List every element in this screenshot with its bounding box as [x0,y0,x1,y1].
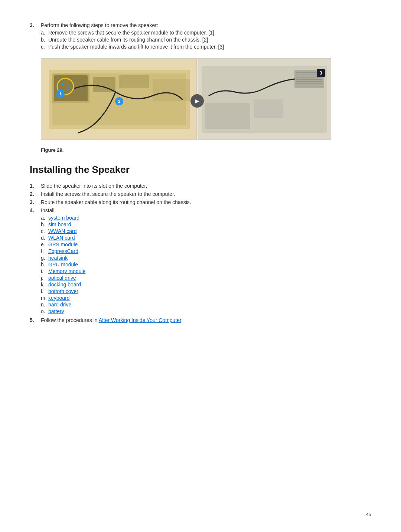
install-item-k: k. docking board [41,282,371,288]
install-step-5-text: Follow the procedures in After Working I… [41,317,371,323]
step5-text-after: . [181,317,183,323]
substep-3c-label: c. [41,44,48,50]
install-step-1: 1. Slide the speaker into its slot on th… [30,183,371,189]
section-title: Installing the Speaker [30,164,371,175]
substep-3c: c. Push the speaker module inwards and l… [41,44,371,50]
install-sublist: a. system board b. sim board c. WWAN car… [41,215,371,314]
substep-3a: a. Remove the screws that secure the spe… [41,30,371,36]
wlan-card-link[interactable]: WLAN card [48,235,75,241]
install-item-j: j. optical drive [41,275,371,281]
page-number: 45 [366,512,371,517]
figure-left-svg: 1 2 [41,59,197,140]
install-step-3: 3. Route the speaker cable along its rou… [30,199,371,205]
install-item-i: i. Memory module [41,268,371,274]
hard-drive-link[interactable]: hard drive [48,302,71,308]
install-item-k-label: k. [41,282,48,288]
step-3-content: Perform the following steps to remove th… [41,22,371,51]
install-item-h-label: h. [41,262,48,267]
figure-caption: Figure 29. [41,147,371,153]
install-item-d: d. WLAN card [41,235,371,241]
after-working-link[interactable]: After Working Inside Your Computer [99,317,181,323]
figure-divider: ▶ [197,58,198,144]
install-item-a: a. system board [41,215,371,221]
install-step-1-number: 1. [30,183,41,189]
substep-3b-label: b. [41,37,48,43]
install-step-3-text: Route the speaker cable along its routin… [41,199,371,205]
battery-link[interactable]: battery [48,308,64,314]
step-3-intro: Perform the following steps to remove th… [41,22,158,28]
svg-rect-26 [205,103,250,129]
svg-rect-5 [119,75,149,88]
keyboard-link[interactable]: keyboard [48,295,70,301]
install-item-e-label: e. [41,242,48,247]
install-item-n-label: n. [41,302,48,308]
docking-board-link[interactable]: docking board [48,282,81,288]
install-item-g-label: g. [41,255,48,261]
install-step-1-text: Slide the speaker into its slot on the c… [41,183,371,189]
figure-right-image: 3 [198,58,331,140]
svg-point-9 [62,83,64,85]
substep-3b-text: Unroute the speaker cable from its routi… [48,37,208,43]
figure-container: 1 2 ▶ [41,58,371,144]
install-item-c-label: c. [41,228,48,234]
svg-rect-27 [254,99,283,118]
install-item-b-label: b. [41,221,48,227]
install-item-h: h. GPU module [41,262,371,267]
install-step-5-number: 5. [30,317,41,323]
install-step-4: 4. Install: a. system board b. sim board… [30,207,371,315]
step5-text-before: Follow the procedures in [41,317,99,323]
install-item-f-label: f. [41,248,48,254]
install-item-b: b. sim board [41,221,371,227]
optical-drive-link[interactable]: optical drive [48,275,76,281]
substep-3a-text: Remove the screws that secure the speake… [48,30,214,36]
install-step-2: 2. Install the screws that secure the sp… [30,191,371,197]
memory-module-link[interactable]: Memory module [48,268,85,274]
install-item-e: e. GPS module [41,242,371,247]
install-item-m-label: m. [41,295,48,301]
system-board-link[interactable]: system board [48,215,79,221]
install-step-5: 5. Follow the procedures in After Workin… [30,317,371,323]
install-item-f: f. ExpressCard [41,248,371,254]
bottom-cover-link[interactable]: bottom cover [48,288,78,294]
install-step-4-number: 4. [30,207,41,315]
step-3-substeps: a. Remove the screws that secure the spe… [41,30,371,50]
figure-images: 1 2 ▶ [41,58,334,144]
gpu-module-link[interactable]: GPU module [48,262,78,267]
install-step-3-number: 3. [30,199,41,205]
install-item-l: l. bottom cover [41,288,371,294]
step-3: 3. Perform the following steps to remove… [30,22,371,51]
install-item-c: c. WWAN card [41,228,371,234]
install-item-a-label: a. [41,215,48,221]
substep-3a-label: a. [41,30,48,36]
heatsink-link[interactable]: heatsink [48,255,68,261]
install-item-m: m. keyboard [41,295,371,301]
install-item-j-label: j. [41,275,48,281]
wwan-card-link[interactable]: WWAN card [48,228,76,234]
svg-rect-6 [153,79,190,101]
expresscard-link[interactable]: ExpressCard [48,248,78,254]
install-item-i-label: i. [41,268,48,274]
svg-text:2: 2 [118,99,120,104]
step-3-number: 3. [30,22,41,51]
install-item-o: o. battery [41,308,371,314]
substep-3c-text: Push the speaker module inwards and lift… [48,44,224,50]
install-step-4-text: Install: [41,207,56,213]
substep-3b: b. Unroute the speaker cable from its ro… [41,37,371,43]
sim-board-link[interactable]: sim board [48,221,71,227]
gps-module-link[interactable]: GPS module [48,242,78,247]
play-button-icon: ▶ [190,94,204,108]
svg-point-10 [67,88,69,90]
figure-left-image: 1 2 [41,58,197,140]
page-content: 3. Perform the following steps to remove… [30,22,371,323]
svg-text:3: 3 [320,70,322,76]
svg-text:1: 1 [59,92,62,96]
figure-right-svg: 3 [198,59,331,140]
install-item-d-label: d. [41,235,48,241]
install-step-4-content: Install: a. system board b. sim board c.… [41,207,371,315]
install-item-n: n. hard drive [41,302,371,308]
install-item-o-label: o. [41,308,48,314]
install-step-2-number: 2. [30,191,41,197]
install-item-g: g. heatsink [41,255,371,261]
install-step-2-text: Install the screws that secure the speak… [41,191,371,197]
install-item-l-label: l. [41,288,48,294]
